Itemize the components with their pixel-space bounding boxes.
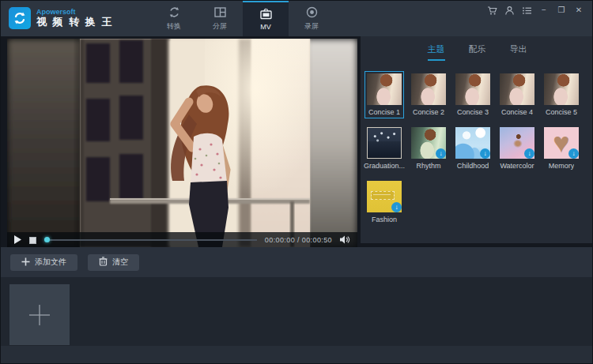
theme-label: Concise 3 <box>457 108 489 116</box>
add-files-button[interactable]: 添加文件 <box>10 254 77 271</box>
window-controls: − ❐ ✕ <box>486 5 584 16</box>
time-display: 00:00:00 / 00:00:50 <box>265 236 332 244</box>
download-badge-icon: ↓ <box>391 202 402 212</box>
clear-button[interactable]: 清空 <box>88 254 139 271</box>
plus-icon <box>21 257 30 268</box>
add-files-label: 添加文件 <box>35 257 66 268</box>
theme-label: Rhythm <box>416 162 440 170</box>
convert-refresh-icon <box>168 6 181 19</box>
theme-thumbnail: ↓ <box>455 127 490 159</box>
menu-icon[interactable] <box>521 5 532 16</box>
tab-split-label: 分屏 <box>213 21 227 32</box>
theme-thumbnail <box>500 73 534 105</box>
download-badge-icon: ↓ <box>568 148 579 159</box>
theme-thumbnail: ↓ <box>500 127 534 159</box>
app-logo-icon <box>9 7 31 29</box>
theme-thumbnail <box>367 73 402 105</box>
app-title: 视 频 转 换 王 <box>36 17 113 28</box>
tab-screen-record[interactable]: 录屏 <box>289 1 334 36</box>
tab-music[interactable]: 配乐 <box>469 43 486 61</box>
theme-item[interactable]: Graduation... <box>364 125 404 172</box>
theme-grid: Concise 1 Concise 2 Concise 3 Concise 4 <box>361 61 593 232</box>
theme-label: Memory <box>549 162 575 170</box>
mv-tv-icon <box>259 7 273 21</box>
tab-export[interactable]: 导出 <box>510 43 527 61</box>
theme-label: Concise 5 <box>546 108 577 116</box>
screen-record-icon <box>305 6 319 19</box>
stop-button[interactable] <box>29 233 36 247</box>
theme-item[interactable]: Concise 1 <box>364 71 404 118</box>
main-tabs: 转换 分屏 <box>151 1 334 36</box>
title-bar: Apowersoft 视 频 转 换 王 转换 <box>1 1 592 36</box>
tab-split-screen[interactable]: 分屏 <box>197 1 243 36</box>
theme-label: Graduation... <box>364 162 405 170</box>
close-button[interactable]: ✕ <box>573 5 584 16</box>
theme-item[interactable]: Concise 2 <box>409 71 448 118</box>
tab-convert-label: 转换 <box>167 21 181 32</box>
cart-icon[interactable] <box>486 5 497 16</box>
theme-panel-tabs: 主题 配乐 导出 <box>361 36 593 61</box>
file-toolbar: 添加文件 清空 <box>1 247 592 277</box>
theme-label: Concise 2 <box>413 108 444 116</box>
seek-slider[interactable] <box>44 237 257 243</box>
theme-thumbnail: ↓ <box>367 181 402 212</box>
theme-item[interactable]: Concise 5 <box>542 71 581 118</box>
brand-block: Apowersoft 视 频 转 换 王 <box>36 9 113 28</box>
add-file-tile[interactable] <box>9 284 70 345</box>
file-list-area <box>1 277 592 346</box>
theme-label: Concise 1 <box>368 108 400 116</box>
theme-label: Concise 4 <box>501 108 533 116</box>
download-badge-icon: ↓ <box>480 148 490 159</box>
video-preview: 00:00:00 / 00:00:50 <box>7 39 357 247</box>
theme-item[interactable]: ↓ Childhood <box>453 125 493 172</box>
clear-label: 清空 <box>112 257 128 268</box>
theme-thumbnail: ↓ <box>544 127 579 159</box>
theme-thumbnail <box>411 73 446 105</box>
volume-icon[interactable] <box>340 233 350 247</box>
theme-item[interactable]: ↓ Watercolor <box>497 125 537 172</box>
tab-record-label: 录屏 <box>304 21 319 32</box>
theme-item[interactable]: ↓ Rhythm <box>409 125 448 172</box>
playback-bar: 00:00:00 / 00:00:50 <box>7 232 357 247</box>
tab-mv-label: MV <box>260 23 271 31</box>
seek-track[interactable] <box>49 239 257 241</box>
bottom-strip <box>1 346 592 364</box>
theme-thumbnail <box>544 73 579 105</box>
download-badge-icon: ↓ <box>524 148 534 159</box>
preview-frame-image <box>7 39 357 247</box>
split-screen-icon <box>213 6 227 19</box>
app-window: Apowersoft 视 频 转 换 王 转换 <box>0 0 593 364</box>
theme-item[interactable]: Concise 3 <box>453 71 493 118</box>
theme-thumbnail <box>367 127 402 159</box>
plus-icon <box>28 303 51 327</box>
logo-area: Apowersoft 视 频 转 换 王 <box>9 7 113 29</box>
maximize-button[interactable]: ❐ <box>556 5 567 16</box>
theme-label: Watercolor <box>500 162 534 170</box>
seek-handle[interactable] <box>44 237 50 242</box>
tab-mv[interactable]: MV <box>243 1 289 36</box>
theme-item[interactable]: ↓ Memory <box>542 125 581 172</box>
play-button[interactable] <box>14 233 21 247</box>
theme-thumbnail: ↓ <box>411 127 446 159</box>
tab-theme[interactable]: 主题 <box>428 43 445 61</box>
theme-item[interactable]: ↓ Fashion <box>364 178 404 226</box>
theme-item[interactable]: Concise 4 <box>497 71 537 118</box>
theme-label: Childhood <box>457 162 489 170</box>
user-account-icon[interactable] <box>504 5 515 16</box>
download-badge-icon: ↓ <box>436 148 446 159</box>
tab-convert[interactable]: 转换 <box>151 1 197 36</box>
minimize-button[interactable]: − <box>538 5 550 16</box>
theme-label: Fashion <box>372 216 397 223</box>
trash-icon <box>99 257 108 268</box>
theme-panel: 主题 配乐 导出 Concise 1 Concise 2 Concise 3 <box>361 36 593 243</box>
theme-thumbnail <box>455 73 490 105</box>
